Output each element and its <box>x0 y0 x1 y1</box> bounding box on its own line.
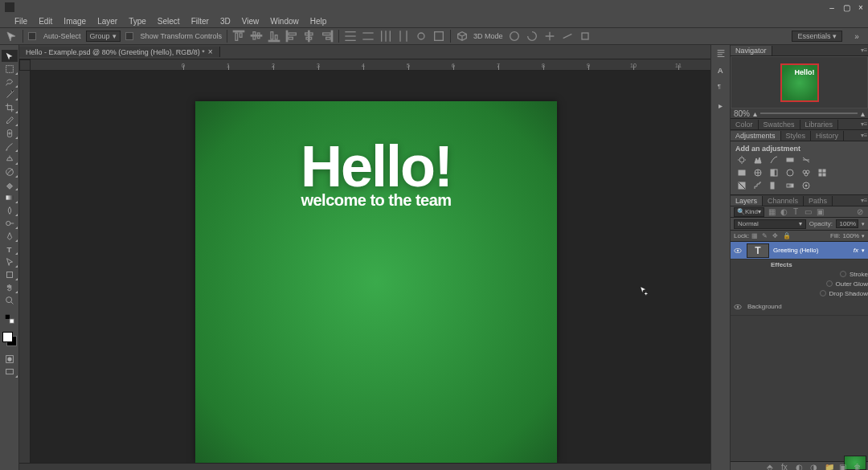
default-colors-icon[interactable] <box>2 313 18 325</box>
auto-select-checkbox[interactable] <box>28 32 36 40</box>
distribute-hcenter-icon[interactable] <box>415 30 428 43</box>
restore-button[interactable]: ▢ <box>839 2 854 13</box>
delete-layer-icon[interactable]: 🗑 <box>854 463 863 471</box>
menu-file[interactable]: File <box>14 17 27 26</box>
menu-filter[interactable]: Filter <box>191 17 209 26</box>
layers-tab[interactable]: Layers <box>731 196 763 206</box>
filter-smart-icon[interactable]: ▣ <box>815 207 825 217</box>
menu-window[interactable]: Window <box>270 17 299 26</box>
zoom-in-icon[interactable]: ▴ <box>861 109 865 118</box>
distribute-vcenter-icon[interactable] <box>362 30 375 43</box>
filter-pixel-icon[interactable]: ▦ <box>767 207 776 217</box>
shape-tool[interactable] <box>2 268 18 280</box>
layers-flyout-icon[interactable]: ▾≡ <box>860 197 868 204</box>
3d-drag-icon[interactable] <box>543 30 556 43</box>
navigator-thumbnail[interactable]: Hello! <box>780 63 819 102</box>
navigator-zoom-slider[interactable] <box>760 112 858 114</box>
blend-mode-dropdown[interactable]: Normal▾ <box>734 219 806 229</box>
horizontal-scrollbar[interactable] <box>19 463 710 470</box>
new-group-icon[interactable]: 📁 <box>825 463 834 471</box>
hand-tool[interactable] <box>2 281 18 293</box>
history-brush-tool[interactable] <box>2 166 18 178</box>
collapse-panels-icon[interactable]: » <box>850 30 863 43</box>
close-tab-icon[interactable]: × <box>208 47 213 56</box>
new-layer-icon[interactable]: ▣ <box>839 463 849 471</box>
spot-heal-tool[interactable] <box>2 127 18 139</box>
history-tab[interactable]: History <box>811 131 844 141</box>
channel-mixer-adj-icon[interactable] <box>800 167 813 178</box>
blur-tool[interactable] <box>2 204 18 216</box>
layer-effects-header[interactable]: Effects <box>731 260 868 269</box>
zoom-out-icon[interactable]: ▴ <box>753 109 757 118</box>
menu-help[interactable]: Help <box>310 17 327 26</box>
magic-wand-tool[interactable] <box>2 88 18 100</box>
invert-adj-icon[interactable] <box>735 180 748 191</box>
move-tool[interactable] <box>2 50 18 62</box>
gradient-map-adj-icon[interactable] <box>784 180 796 191</box>
menu-type[interactable]: Type <box>129 17 146 26</box>
adjustments-tab[interactable]: Adjustments <box>731 131 781 141</box>
align-vcenter-icon[interactable] <box>250 30 263 43</box>
threshold-adj-icon[interactable] <box>768 180 780 191</box>
photo-filter-adj-icon[interactable] <box>784 167 796 178</box>
layer-effect-outer-glow[interactable]: Outer Glow <box>731 279 868 288</box>
paths-tab[interactable]: Paths <box>804 196 833 206</box>
layer-name-background[interactable]: Background <box>745 303 868 310</box>
new-adjustment-layer-icon[interactable]: ◑ <box>810 463 820 471</box>
color-lookup-adj-icon[interactable] <box>816 167 829 178</box>
3d-scale-icon[interactable] <box>579 30 592 43</box>
color-tab[interactable]: Color <box>731 120 759 129</box>
navigator-tab[interactable]: Navigator <box>731 46 772 55</box>
marquee-tool[interactable] <box>2 63 18 75</box>
3d-rotate-icon[interactable] <box>508 30 521 43</box>
align-left-icon[interactable] <box>285 30 298 43</box>
opacity-value[interactable]: 100% <box>836 219 858 228</box>
effect-visibility-icon[interactable] <box>820 290 826 296</box>
lasso-tool[interactable] <box>2 76 18 88</box>
hue-adj-icon[interactable] <box>735 167 748 178</box>
selective-color-adj-icon[interactable] <box>800 180 813 191</box>
menu-edit[interactable]: Edit <box>39 17 52 26</box>
layer-fx-icon[interactable]: fx <box>781 463 791 471</box>
paragraph-panel-icon[interactable] <box>713 48 729 59</box>
cube-3d-icon[interactable] <box>456 30 469 43</box>
color-flyout-icon[interactable]: ▾≡ <box>860 121 868 128</box>
posterize-adj-icon[interactable] <box>751 180 764 191</box>
gradient-tool[interactable] <box>2 191 18 203</box>
horizontal-ruler[interactable]: 012345678910111213 <box>31 59 710 71</box>
color-balance-adj-icon[interactable] <box>751 167 764 178</box>
layer-visibility-icon[interactable] <box>731 303 745 311</box>
bw-adj-icon[interactable] <box>768 167 780 178</box>
path-select-tool[interactable] <box>2 255 18 268</box>
screen-mode-tool[interactable] <box>2 366 18 378</box>
layer-row-greeting[interactable]: T Greeting (Hello) fx▾ <box>731 242 868 260</box>
link-layers-icon[interactable]: ⬘ <box>767 463 776 471</box>
libraries-tab[interactable]: Libraries <box>800 120 839 129</box>
swatches-tab[interactable]: Swatches <box>759 120 800 129</box>
auto-select-target-dropdown[interactable]: Group▾ <box>86 31 121 42</box>
align-top-icon[interactable] <box>232 30 245 43</box>
clone-stamp-tool[interactable] <box>2 153 18 165</box>
layer-fx-badge[interactable]: fx <box>854 247 862 254</box>
menu-view[interactable]: View <box>242 17 260 26</box>
layer-filter-kind-dropdown[interactable]: 🔍Kind▾ <box>734 207 764 217</box>
exposure-adj-icon[interactable] <box>784 154 796 166</box>
filter-shape-icon[interactable]: ▭ <box>803 207 813 217</box>
distribute-bottom-icon[interactable] <box>379 30 392 43</box>
zoom-tool[interactable] <box>2 294 18 306</box>
lock-transparency-icon[interactable]: ▦ <box>751 232 760 240</box>
vertical-ruler[interactable] <box>19 71 31 463</box>
close-window-button[interactable]: × <box>854 2 868 13</box>
layer-mask-icon[interactable]: ◐ <box>796 463 805 471</box>
canvas-artboard[interactable]: Hello! welcome to the team <box>195 101 557 463</box>
align-right-icon[interactable] <box>321 30 334 43</box>
menu-3d[interactable]: 3D <box>220 17 231 26</box>
menu-image[interactable]: Image <box>63 17 86 26</box>
brightness-adj-icon[interactable] <box>735 154 748 166</box>
align-hcenter-icon[interactable] <box>303 30 316 43</box>
align-bottom-icon[interactable] <box>268 30 280 43</box>
layer-name-greeting[interactable]: Greeting (Hello) <box>771 247 854 254</box>
brush-tool[interactable] <box>2 140 18 152</box>
type-tool[interactable]: T <box>2 243 18 255</box>
channels-tab[interactable]: Channels <box>763 196 804 206</box>
